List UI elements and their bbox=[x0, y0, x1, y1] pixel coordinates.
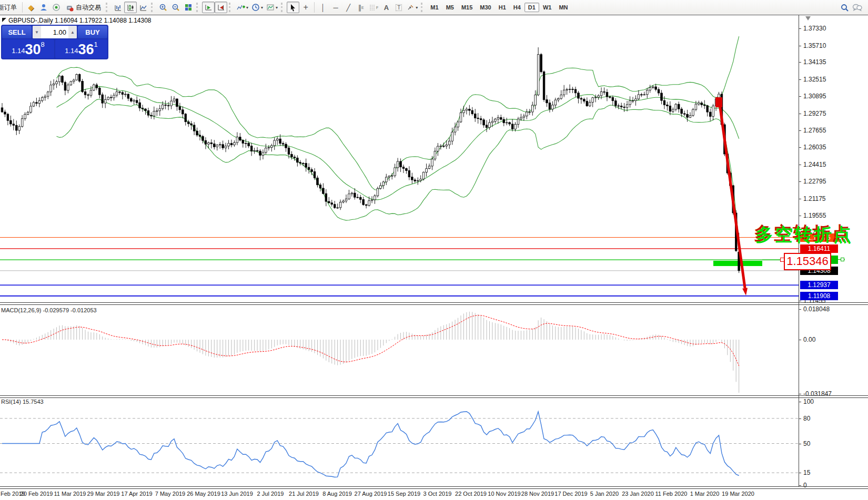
date-label: 10 Nov 2019 bbox=[488, 491, 520, 497]
price-tick bbox=[799, 28, 801, 29]
sell-price-small: 1.14 bbox=[12, 45, 25, 57]
toolbar-grip bbox=[106, 3, 110, 12]
date-label: 20 Feb 2019 bbox=[21, 491, 53, 497]
rsi-tick bbox=[799, 402, 801, 402]
date-label: 27 Aug 2019 bbox=[355, 491, 387, 497]
panel-separator[interactable] bbox=[0, 395, 868, 398]
date-label: 7 May 2019 bbox=[155, 491, 185, 497]
periods-icon[interactable]: ▾ bbox=[250, 2, 265, 13]
volume-up-icon[interactable]: ▲ bbox=[68, 26, 77, 38]
timeframe-d1[interactable]: D1 bbox=[524, 3, 539, 12]
timeframe-w1[interactable]: W1 bbox=[539, 3, 556, 12]
price-tick-label: 1.34135 bbox=[803, 58, 826, 66]
date-label: 19 Mar 2020 bbox=[722, 491, 754, 497]
timeframe-m5[interactable]: M5 bbox=[442, 3, 458, 12]
new-order-label: 新订单 bbox=[0, 3, 17, 12]
toolbar-separator bbox=[22, 2, 23, 13]
date-label: 11 Feb 2020 bbox=[655, 491, 688, 497]
timeframe-h4[interactable]: H4 bbox=[510, 3, 524, 12]
price-tick-label: 1.30895 bbox=[803, 93, 826, 100]
price-tick bbox=[799, 96, 801, 97]
line-chart-icon[interactable] bbox=[137, 2, 149, 13]
metaeditor-icon[interactable]: ◆ bbox=[25, 2, 37, 13]
date-label: 26 May 2019 bbox=[187, 491, 220, 497]
price-callout[interactable]: 1.15346 bbox=[784, 253, 831, 270]
toolbar-grip bbox=[196, 3, 200, 12]
volume-down-icon[interactable]: ▼ bbox=[33, 26, 41, 38]
date-label: 11 Mar 2019 bbox=[54, 491, 86, 497]
autotrade-button[interactable]: 自动交易 bbox=[63, 2, 104, 13]
price-tick bbox=[799, 181, 801, 182]
arrows-caret-icon: ▾ bbox=[416, 5, 418, 10]
text-tool-icon[interactable]: A bbox=[380, 2, 392, 13]
trendline-tool-icon[interactable]: ╱ bbox=[342, 2, 355, 13]
label-tool-icon[interactable]: T bbox=[392, 2, 405, 13]
sell-price-sup: 8 bbox=[41, 41, 45, 48]
indicators-icon[interactable]: ▾ bbox=[235, 2, 250, 13]
auto-scroll-icon[interactable] bbox=[202, 2, 215, 13]
arrows-tool-icon[interactable]: ▾ bbox=[405, 2, 419, 13]
zoom-in-icon[interactable] bbox=[157, 2, 169, 13]
date-label: 29 Mar 2019 bbox=[87, 491, 120, 497]
sell-price[interactable]: 1.14 30 8 bbox=[2, 39, 54, 58]
templates-icon[interactable]: ▾ bbox=[265, 2, 279, 13]
level-price-label[interactable]: 1.12937 bbox=[800, 281, 838, 289]
one-click-trade-panel: SELL ▼ ▲ BUY 1.14 30 8 1.14 36 1 bbox=[1, 25, 108, 59]
zoom-out-icon[interactable] bbox=[169, 2, 182, 13]
date-label: 8 Aug 2019 bbox=[322, 491, 352, 497]
chart-shift-icon[interactable] bbox=[215, 2, 227, 13]
market-watch-icon[interactable] bbox=[37, 2, 50, 13]
rsi-tick-label: 100 bbox=[803, 398, 814, 405]
horizontal-line-tool-icon[interactable]: ─ bbox=[329, 2, 342, 13]
new-order-button[interactable]: 新订单 bbox=[0, 2, 20, 13]
price-tick-label: 1.22795 bbox=[803, 178, 826, 185]
candlestick-chart-icon[interactable] bbox=[124, 2, 137, 13]
date-label: 3 Oct 2019 bbox=[423, 491, 452, 497]
macd-tick bbox=[799, 340, 801, 340]
price-tick-label: 1.29275 bbox=[803, 110, 826, 117]
macd-tick bbox=[799, 309, 801, 310]
price-tick bbox=[799, 165, 801, 165]
timeframe-h1[interactable]: H1 bbox=[495, 3, 510, 12]
price-tick bbox=[799, 130, 801, 131]
rsi-tick-label: 50 bbox=[803, 440, 810, 447]
bar-chart-icon[interactable] bbox=[112, 2, 124, 13]
macd-tick-label: -0.031847 bbox=[803, 390, 832, 397]
panel-separator[interactable] bbox=[0, 302, 868, 305]
rsi-label: RSI(14) 15.7543 bbox=[1, 399, 44, 405]
buy-button[interactable]: BUY bbox=[78, 26, 107, 38]
toolbar-grip bbox=[281, 3, 285, 12]
date-label: 22 Oct 2019 bbox=[455, 491, 487, 497]
price-tick-label: 1.21175 bbox=[803, 195, 826, 202]
cursor-tool-icon[interactable] bbox=[287, 2, 299, 13]
buy-price[interactable]: 1.14 36 1 bbox=[55, 39, 107, 58]
crosshair-tool-icon[interactable]: + bbox=[299, 2, 312, 13]
annotation-text[interactable]: 多空转折点 bbox=[755, 223, 853, 247]
price-tick bbox=[799, 79, 801, 80]
date-label: 23 Jan 2020 bbox=[622, 491, 654, 497]
price-tick bbox=[799, 62, 801, 63]
tile-windows-icon[interactable] bbox=[182, 2, 195, 13]
toolbar-separator bbox=[314, 2, 315, 13]
search-icon[interactable] bbox=[838, 2, 851, 13]
chart-title: GBPUSD-,Daily 1.16094 1.17922 1.14088 1.… bbox=[8, 17, 152, 24]
vertical-line-tool-icon[interactable]: │ bbox=[317, 2, 329, 13]
chat-icon[interactable] bbox=[851, 2, 864, 13]
sell-button[interactable]: SELL bbox=[2, 26, 32, 38]
chart-surface[interactable] bbox=[0, 0, 868, 500]
price-tick bbox=[799, 114, 801, 114]
fibonacci-tool-icon[interactable]: F bbox=[367, 2, 380, 13]
timeframe-m30[interactable]: M30 bbox=[476, 3, 494, 12]
level-anchor[interactable] bbox=[841, 258, 844, 261]
rsi-tick-label: 80 bbox=[803, 415, 810, 422]
rsi-tick bbox=[799, 419, 801, 419]
price-tick bbox=[799, 46, 801, 46]
level-price-label[interactable]: 1.11908 bbox=[800, 292, 838, 300]
volume-input[interactable] bbox=[41, 26, 68, 38]
channel-tool-icon[interactable]: ∥E bbox=[355, 2, 367, 13]
timeframe-mn[interactable]: MN bbox=[555, 3, 571, 12]
timeframe-m1[interactable]: M1 bbox=[427, 3, 442, 12]
price-tick bbox=[799, 199, 801, 199]
timeframe-m15[interactable]: M15 bbox=[458, 3, 476, 12]
signals-icon[interactable] bbox=[50, 2, 63, 13]
